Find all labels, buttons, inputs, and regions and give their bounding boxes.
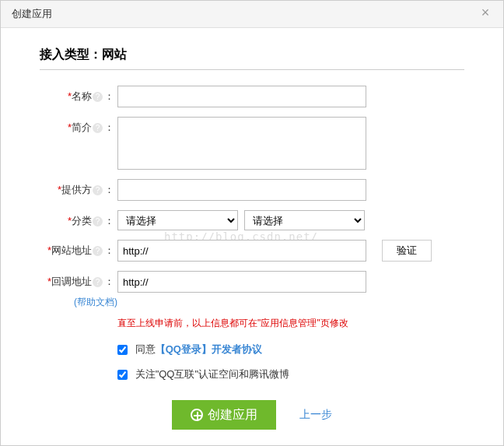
callback-input[interactable] — [117, 271, 366, 293]
follow-checkbox[interactable] — [117, 370, 128, 380]
row-hint: 直至上线申请前，以上信息都可在"应用信息管理"页修改 — [40, 312, 464, 336]
help-doc-link[interactable]: (帮助文档) — [74, 297, 117, 307]
form: *名称?： *简介?： *提供方?： *分类?： — [1, 86, 503, 430]
close-icon[interactable]: × — [478, 7, 492, 21]
prev-step-link[interactable]: 上一步 — [299, 408, 332, 422]
name-input[interactable] — [117, 86, 366, 107]
label-callback: *回调地址?： — [40, 271, 117, 289]
provider-input[interactable] — [117, 179, 366, 201]
help-icon[interactable]: ? — [93, 92, 103, 102]
divider — [40, 69, 464, 70]
row-category: *分类?： 请选择 请选择 — [40, 210, 464, 230]
section-heading: 接入类型：网站 — [1, 28, 503, 69]
row-provider: *提供方?： — [40, 179, 464, 201]
action-bar: 创建应用 上一步 — [40, 400, 464, 430]
site-url-input[interactable] — [117, 240, 366, 262]
label-provider: *提供方?： — [40, 179, 117, 197]
row-help-doc: (帮助文档) — [40, 296, 464, 309]
help-icon[interactable]: ? — [93, 185, 103, 195]
row-follow: 关注"QQ互联"认证空间和腾讯微博 — [40, 363, 464, 386]
help-icon[interactable]: ? — [93, 277, 103, 287]
help-icon[interactable]: ? — [93, 216, 103, 227]
hint-text: 直至上线申请前，以上信息都可在"应用信息管理"页修改 — [117, 317, 348, 330]
row-name: *名称?： — [40, 86, 464, 107]
follow-label[interactable]: 关注"QQ互联"认证空间和腾讯微博 — [117, 367, 289, 381]
label-category: *分类?： — [40, 210, 117, 228]
label-intro: *简介?： — [40, 117, 117, 135]
row-intro: *简介?： — [40, 117, 464, 170]
verify-button[interactable]: 验证 — [382, 240, 432, 262]
dialog-header: 创建应用 × — [1, 1, 503, 28]
agree-checkbox[interactable] — [117, 345, 128, 355]
create-app-dialog: 创建应用 × 接入类型：网站 http://blog.csdn.net/ *名称… — [0, 0, 504, 446]
create-app-button[interactable]: 创建应用 — [172, 400, 276, 430]
row-callback: *回调地址?： — [40, 271, 464, 293]
row-site-url: *网站地址?： 验证 — [40, 240, 464, 262]
plus-circle-icon — [191, 409, 203, 421]
help-icon[interactable]: ? — [93, 123, 103, 133]
agreement-link[interactable]: 【QQ登录】开发者协议 — [156, 343, 262, 355]
category-select-2[interactable]: 请选择 — [244, 210, 365, 230]
row-agree: 同意【QQ登录】开发者协议 — [40, 338, 464, 361]
label-name: *名称?： — [40, 86, 117, 104]
intro-textarea[interactable] — [117, 117, 366, 170]
agree-label[interactable]: 同意【QQ登录】开发者协议 — [117, 342, 262, 356]
dialog-title: 创建应用 — [12, 7, 52, 21]
label-site-url: *网站地址?： — [40, 240, 117, 258]
help-icon[interactable]: ? — [93, 246, 103, 256]
category-select-1[interactable]: 请选择 — [117, 210, 238, 230]
